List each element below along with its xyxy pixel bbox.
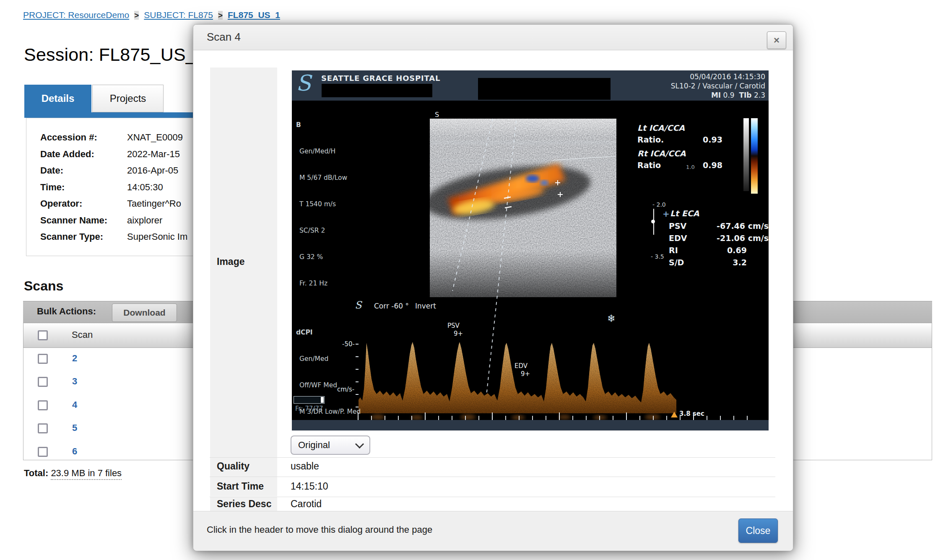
detail-value: 14:05:30 [127,179,163,196]
row-divider [210,497,775,497]
depth-marker-bottom: - 3.5 [651,253,664,260]
scan-column-header: Scan [72,329,93,340]
doppler-colorbar [751,118,758,194]
hospital-name: SEATTLE GRACE HOSPITAL [321,74,440,83]
detail-value: aixplorer [127,212,162,229]
breadcrumb: PROJECT: ResourceDemo>SUBJECT: FL875>FL8… [23,10,280,20]
tab-details[interactable]: Details [24,85,91,112]
total-files: Total: 23.9 MB in 7 files [24,468,122,479]
row-divider [210,457,775,458]
rt-ica-title: Rt ICA/CCA [637,149,722,161]
redacted-patient-info [322,84,432,97]
eca-measurements: PSV-67.46 cm/s EDV-21.06 cm/s RI0.69 S/D… [669,221,769,270]
scan-row-checkbox[interactable] [38,423,48,433]
quality-value: usable [291,461,319,472]
series-desc-value: Carotid [291,498,322,510]
eca-title: Lt ECA [670,209,699,218]
breadcrumb-subject-link[interactable]: SUBJECT: FL875 [144,10,213,20]
dialog-close-icon[interactable]: × [767,31,786,49]
detail-value: XNAT_E0009 [127,129,183,146]
scan-link[interactable]: 2 [72,353,77,364]
velocity-axis-ticks [356,344,359,413]
velocity-axis-label: -50- [342,340,355,348]
image-version-value: Original [298,440,330,451]
total-files-link[interactable]: 23.9 MB in 7 files [51,468,122,480]
bmode-region [421,119,616,297]
xnat-session-page: PROJECT: ResourceDemo>SUBJECT: FL875>FL8… [0,0,951,560]
scans-heading: Scans [24,278,63,294]
probe-preset: SL10-2 / Vascular / Carotid [671,81,765,91]
tab-projects[interactable]: Projects [92,85,164,112]
chevron-down-icon [355,439,364,448]
page-title: Session: FL875_US_1 [24,44,206,65]
scan-row-checkbox[interactable] [38,447,48,457]
supersonic-logo-icon: S [296,70,311,96]
quality-label: Quality [217,461,249,472]
output-indices: MI 0.9 TIb 2.3 [671,91,765,100]
ica-cca-measurements: Lt ICA/CCA Ratio.0.93 Rt ICA/CCA Ratio1.… [637,123,722,174]
series-desc-label: Series Desc [217,498,271,510]
start-time-label: Start Time [217,481,264,492]
grayscale-colorbar [743,118,749,191]
doppler-blue-alias [526,175,539,182]
edv-marker: EDV [514,362,527,370]
image-version-select[interactable]: Original [291,436,370,455]
dialog-title: Scan 4 [207,31,241,44]
freeze-icon: ❄ [607,313,616,324]
eca-cursor-icon: + [663,209,670,219]
breadcrumb-session-link[interactable]: FL875_US_1 [228,10,280,20]
depth-scale-dot [651,220,655,223]
total-label: Total: [24,468,48,478]
scan-row-checkbox[interactable] [38,354,48,364]
breadcrumb-project-link[interactable]: PROJECT: ResourceDemo [23,10,129,20]
detail-value: Taetinger^Ro [127,195,181,212]
frame-counter: Fr: 77/77 [295,405,323,412]
angle-correction-label: Corr -60 ° [374,302,409,310]
dialog-header[interactable] [193,25,793,50]
scan-row-checkbox[interactable] [38,400,48,410]
time-marker: 3.8 sec [679,410,704,417]
scan-row-checkbox[interactable] [38,377,48,387]
ultrasound-image: S SEATTLE GRACE HOSPITAL 05/04/2016 14:1… [292,70,769,430]
breadcrumb-separator: > [134,11,139,20]
detail-value: SuperSonic Im [127,228,187,245]
scan-link[interactable]: 3 [72,376,77,387]
supersonic-mini-logo-icon: S [355,299,361,311]
depth-marker-top: - 2.0 [652,201,666,208]
lt-ica-title: Lt ICA/CCA [637,123,722,135]
velocity-axis-unit: cm/s- [337,386,354,393]
orientation-marker: S [435,111,439,119]
row-divider [210,477,775,477]
image-row-label: Image [217,256,244,267]
select-all-checkbox[interactable] [38,330,48,340]
exam-datetime: 05/04/2016 14:15:30 [671,72,765,81]
psv-marker: PSV [447,322,460,329]
time-cursor-icon [671,412,678,417]
bulk-actions-label: Bulk Actions: [37,306,96,317]
start-time-value: 14:15:10 [291,481,328,492]
scan-link[interactable]: 5 [72,423,77,433]
frame-progress-bar [294,396,325,404]
redacted-patient-info [478,78,611,100]
scan-link[interactable]: 4 [72,399,77,410]
scan-link[interactable]: 6 [72,446,77,457]
dialog-drag-hint: Click in the header to move this dialog … [207,524,432,535]
ultrasound-footer-bar [292,420,769,430]
detail-value: 2022-Mar-15 [127,146,180,163]
download-button[interactable]: Download [112,303,177,322]
invert-label: Invert [415,302,436,310]
psv-marker-number: 9+ [454,330,463,337]
close-button[interactable]: Close [738,519,778,543]
exam-info: 05/04/2016 14:15:30 SL10-2 / Vascular / … [671,72,765,100]
edv-marker-number: 9+ [521,370,530,378]
breadcrumb-separator: > [218,11,223,20]
detail-value: 2016-Apr-05 [127,162,178,179]
